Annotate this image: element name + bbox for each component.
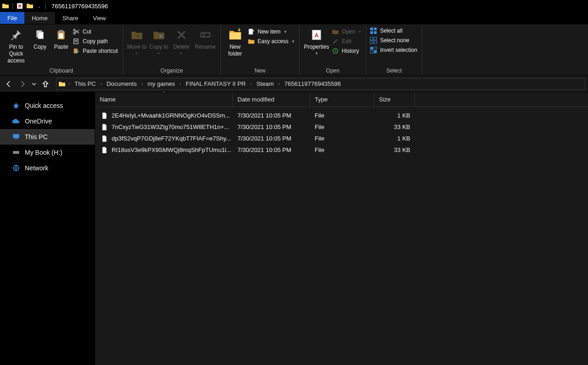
group-clipboard: Pin to Quick access Copy Paste — [0, 25, 123, 75]
delete-button[interactable]: Delete ▾ — [170, 26, 193, 56]
paste-button[interactable]: Paste — [51, 26, 72, 51]
breadcrumb-item[interactable]: This PC — [73, 80, 97, 87]
breadcrumb-item[interactable]: Steam — [254, 80, 276, 87]
nav-network[interactable]: Network — [0, 160, 95, 176]
open-button[interactable]: Open ▾ — [332, 28, 361, 35]
column-headers: ˄ Name Date modified Type Size — [95, 92, 588, 107]
svg-rect-28 — [13, 134, 19, 138]
properties-button[interactable]: Properties ▾ — [302, 26, 331, 56]
up-button[interactable] — [40, 78, 51, 90]
ribbon: Pin to Quick access Copy Paste — [0, 24, 588, 76]
new-item-label: New item — [258, 28, 281, 35]
file-row[interactable]: 7nCxyzTwG31W3ZIg70mo751W8ETH1n+...7/30/2… — [95, 121, 588, 133]
rename-button[interactable]: Rename — [193, 26, 218, 51]
nav-onedrive[interactable]: OneDrive — [0, 113, 95, 129]
select-all-label: Select all — [380, 28, 402, 34]
properties-label: Properties — [304, 44, 329, 51]
file-date: 7/30/2021 10:05 PM — [233, 135, 310, 142]
folder-icon — [58, 80, 66, 88]
easy-access-button[interactable]: Easy access ▾ — [248, 38, 294, 45]
edit-icon — [332, 38, 339, 45]
forward-button[interactable] — [17, 78, 28, 90]
svg-rect-29 — [15, 139, 17, 140]
invert-selection-button[interactable]: Invert selection — [370, 46, 417, 54]
svg-rect-27 — [374, 51, 377, 53]
col-date-label: Date modified — [237, 96, 274, 103]
breadcrumb-item[interactable]: Documents — [105, 80, 139, 87]
group-clipboard-label: Clipboard — [3, 67, 120, 75]
edit-button[interactable]: Edit — [332, 38, 361, 45]
chevron-right-icon[interactable]: › — [179, 81, 182, 86]
svg-rect-12 — [249, 29, 253, 34]
chevron-right-icon[interactable]: › — [277, 81, 281, 86]
recent-locations-button[interactable] — [30, 78, 38, 90]
file-size: 33 KB — [374, 124, 415, 130]
chevron-down-icon: ▾ — [292, 39, 294, 44]
navbar: › This PC › Documents › my games › FINAL… — [0, 76, 588, 92]
chevron-right-icon[interactable]: › — [141, 81, 144, 86]
file-row[interactable]: dp3fS2vqP7GDj8eF72YKqbT7FIAF=e7Shy...7/3… — [95, 133, 588, 144]
tab-share[interactable]: Share — [55, 12, 86, 24]
col-size[interactable]: Size — [374, 92, 415, 107]
breadcrumb-label: my games — [147, 80, 175, 87]
nav-pane: Quick access OneDrive This PC My Book (H… — [0, 92, 95, 365]
history-button[interactable]: History — [332, 47, 361, 55]
copy-to-button[interactable]: Copy to ▾ — [148, 26, 170, 56]
qat-folder-icon[interactable] — [26, 2, 34, 10]
cut-button[interactable]: Cut — [73, 28, 118, 35]
copy-path-label: Copy path — [83, 38, 108, 45]
file-size: 33 KB — [374, 146, 415, 153]
chevron-right-icon[interactable]: › — [100, 81, 103, 86]
invert-selection-icon — [370, 46, 377, 54]
invert-selection-label: Invert selection — [380, 47, 417, 53]
nav-my-book[interactable]: My Book (H:) — [0, 145, 95, 160]
breadcrumb-item[interactable]: FINAL FANTASY II PR — [184, 80, 248, 87]
new-item-button[interactable]: New item ▾ — [248, 28, 294, 35]
file-name: dp3fS2vqP7GDj8eF72YKqbT7FIAF=e7Shy... — [112, 135, 231, 142]
col-name[interactable]: ˄ Name — [95, 92, 233, 107]
qat-customize-caret[interactable]: ⌄ — [36, 4, 42, 9]
chevron-right-icon[interactable]: › — [249, 81, 253, 86]
file-icon — [101, 135, 108, 142]
file-row[interactable]: 2E4HxIyL+Mvaahk1GRNNOgKrO4vDSSm...7/30/2… — [95, 110, 588, 121]
select-all-button[interactable]: Select all — [370, 27, 417, 34]
group-open: Properties ▾ Open ▾ Edit — [300, 25, 366, 75]
new-folder-label: New folder — [225, 44, 246, 57]
cloud-icon — [12, 117, 20, 125]
pin-quick-access-button[interactable]: Pin to Quick access — [3, 26, 29, 64]
address-bar[interactable]: › This PC › Documents › my games › FINAL… — [56, 78, 585, 90]
breadcrumb-item[interactable]: my games — [146, 80, 177, 87]
chevron-right-icon[interactable]: › — [68, 81, 71, 86]
file-row[interactable]: RI18osV3e9kPX9SMWQj8mqShFpTUmu1l...7/30/… — [95, 144, 588, 156]
col-type[interactable]: Type — [310, 92, 374, 107]
file-name: RI18osV3e9kPX9SMWQj8mqShFpTUmu1l... — [112, 146, 231, 153]
select-none-label: Select none — [380, 37, 409, 44]
col-date[interactable]: Date modified — [233, 92, 310, 107]
move-to-button[interactable]: Move to ▾ — [126, 26, 148, 56]
history-label: History — [342, 48, 359, 54]
back-button[interactable] — [3, 78, 15, 90]
nav-quick-access[interactable]: Quick access — [0, 98, 95, 113]
edit-label: Edit — [342, 38, 351, 45]
monitor-icon — [12, 133, 20, 141]
nav-this-pc[interactable]: This PC — [0, 129, 95, 145]
tab-home[interactable]: Home — [24, 12, 55, 24]
breadcrumb-item[interactable]: 76561197769435596 — [283, 80, 343, 87]
group-organize-label: Organize — [126, 67, 218, 75]
file-icon — [101, 124, 108, 131]
tab-file[interactable]: File — [0, 12, 24, 24]
tab-view[interactable]: View — [85, 12, 113, 24]
qat-pin-icon[interactable] — [16, 2, 23, 10]
select-none-button[interactable]: Select none — [370, 37, 417, 44]
svg-rect-25 — [374, 47, 377, 50]
group-organize: Move to ▾ Copy to ▾ Delete ▾ — [123, 25, 221, 75]
move-to-icon — [130, 28, 144, 42]
copy-button[interactable]: Copy — [29, 26, 51, 51]
svg-rect-10 — [159, 34, 163, 38]
new-folder-button[interactable]: New folder — [224, 26, 247, 57]
copy-path-button[interactable]: Copy path — [73, 38, 118, 45]
ribbon-tabs: File Home Share View — [0, 12, 588, 24]
delete-label: Delete — [173, 44, 189, 51]
chevron-down-icon: ▾ — [316, 51, 318, 56]
paste-shortcut-button[interactable]: Paste shortcut — [73, 47, 118, 55]
